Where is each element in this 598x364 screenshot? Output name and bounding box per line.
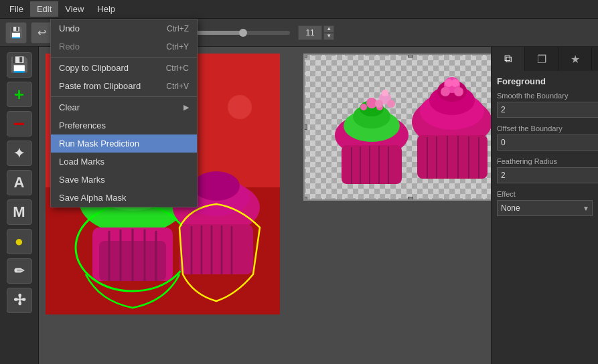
handle-ml[interactable] — [303, 124, 307, 130]
marker-value-input[interactable] — [298, 25, 322, 40]
undo-button[interactable]: ↩ — [31, 22, 52, 43]
feathering-label: Feathering Radius — [497, 157, 593, 165]
remove-tool-button[interactable]: − — [7, 111, 32, 136]
menubar: File Edit View Help — [0, 0, 598, 19]
eraser-tool-button[interactable]: ✦ — [7, 141, 32, 166]
menu-load-marks[interactable]: Load Marks — [51, 153, 197, 171]
effect-select-wrap: None Blur Sharpen ▼ — [497, 200, 593, 216]
text-m-tool-button[interactable]: M — [7, 199, 32, 225]
right-panel-content: Foreground Smooth the Boundary ▲ ▼ Offse… — [492, 71, 598, 364]
text-a-tool-button[interactable]: A — [7, 170, 32, 195]
menu-redo[interactable]: Redo Ctrl+Y — [51, 37, 197, 56]
feathering-control: ▲ ▼ — [497, 167, 593, 183]
edit-dropdown-menu: Undo Ctrl+Z Redo Ctrl+Y Copy to Clipboar… — [50, 19, 198, 207]
tab-star[interactable]: ★ — [558, 47, 592, 71]
svg-point-56 — [454, 87, 463, 96]
marker-slider-thumb — [239, 29, 247, 37]
svg-point-60 — [375, 100, 383, 108]
marker-value-down[interactable]: ▼ — [323, 33, 334, 40]
menu-view[interactable]: View — [58, 1, 90, 17]
menu-help[interactable]: Help — [90, 1, 122, 17]
menu-run-mask[interactable]: Run Mask Prediction — [51, 134, 197, 153]
smooth-control: ▲ ▼ — [497, 102, 593, 118]
menu-copy[interactable]: Copy to Clipboard Ctrl+C — [51, 59, 197, 77]
svg-rect-17 — [179, 224, 253, 274]
right-canvas[interactable] — [303, 54, 491, 201]
save-tool-button[interactable]: 💾 — [7, 52, 32, 78]
copy-label: Copy to Clipboard — [59, 63, 129, 73]
handle-bc[interactable] — [408, 197, 413, 201]
svg-point-58 — [451, 79, 459, 87]
clear-label: Clear — [59, 102, 80, 112]
dropdown-sep-2 — [51, 96, 197, 97]
paste-label: Paste from Clipboard — [59, 81, 141, 91]
svg-rect-31 — [342, 145, 402, 184]
menu-save-alpha[interactable]: Save Alpha Mask — [51, 189, 197, 207]
handle-tc[interactable] — [408, 54, 413, 58]
smooth-input[interactable] — [497, 102, 598, 118]
undo-label: Undo — [59, 23, 80, 33]
svg-point-62 — [382, 90, 388, 96]
move-tool-button[interactable]: ✢ — [7, 288, 32, 313]
menu-edit[interactable]: Edit — [30, 1, 58, 17]
menu-file[interactable]: File — [3, 1, 30, 17]
menu-preferences[interactable]: Preferences — [51, 116, 197, 134]
svg-point-41 — [360, 104, 367, 110]
save-marks-label: Save Marks — [59, 175, 105, 185]
marker-size-slider[interactable] — [183, 31, 290, 35]
circle-tool-button[interactable]: ● — [7, 229, 32, 254]
svg-point-3 — [228, 95, 252, 119]
svg-point-61 — [387, 100, 395, 108]
left-sidebar: 💾 + − ✦ A M ● ✏ ✢ — [0, 47, 39, 364]
handle-bl[interactable] — [303, 197, 307, 201]
clear-arrow: ▶ — [183, 103, 189, 112]
menu-save-marks[interactable]: Save Marks — [51, 171, 197, 189]
right-panel-tabs: ⧉ ❐ ★ — [492, 47, 598, 71]
menu-clear[interactable]: Clear ▶ — [51, 98, 197, 116]
handle-tl[interactable] — [303, 54, 307, 58]
feathering-input[interactable] — [497, 167, 598, 183]
tab-copy[interactable]: ❐ — [525, 47, 558, 71]
save-alpha-label: Save Alpha Mask — [59, 193, 126, 203]
svg-point-55 — [441, 87, 450, 96]
dropdown-sep-1 — [51, 57, 197, 58]
svg-point-24 — [193, 171, 240, 201]
load-marks-label: Load Marks — [59, 157, 104, 167]
smooth-label: Smooth the Boundary — [497, 92, 593, 100]
undo-shortcut: Ctrl+Z — [167, 24, 189, 33]
right-panel: ⧉ ❐ ★ Foreground Smooth the Boundary ▲ ▼… — [491, 47, 598, 364]
offset-label: Offset the Boundary — [497, 124, 593, 132]
menu-undo[interactable]: Undo Ctrl+Z — [51, 19, 197, 37]
run-mask-label: Run Mask Prediction — [59, 139, 139, 149]
preferences-label: Preferences — [59, 120, 106, 130]
add-tool-button[interactable]: + — [7, 82, 32, 107]
copy-shortcut: Ctrl+C — [166, 64, 189, 73]
effect-label: Effect — [497, 190, 593, 198]
tab-layers[interactable]: ⧉ — [492, 47, 525, 71]
menu-paste[interactable]: Paste from Clipboard Ctrl+V — [51, 77, 197, 95]
paste-shortcut: Ctrl+V — [166, 82, 189, 91]
save-button[interactable]: 💾 — [5, 22, 27, 43]
effect-select[interactable]: None Blur Sharpen — [497, 200, 593, 216]
panel-section-title: Foreground — [497, 76, 593, 86]
offset-input[interactable] — [497, 134, 598, 151]
marker-value-up[interactable]: ▲ — [323, 25, 334, 33]
redo-shortcut: Ctrl+Y — [166, 42, 189, 52]
brush-tool-button[interactable]: ✏ — [7, 258, 32, 284]
offset-control: ▲ ▼ — [497, 134, 593, 151]
redo-label: Redo — [59, 41, 80, 52]
